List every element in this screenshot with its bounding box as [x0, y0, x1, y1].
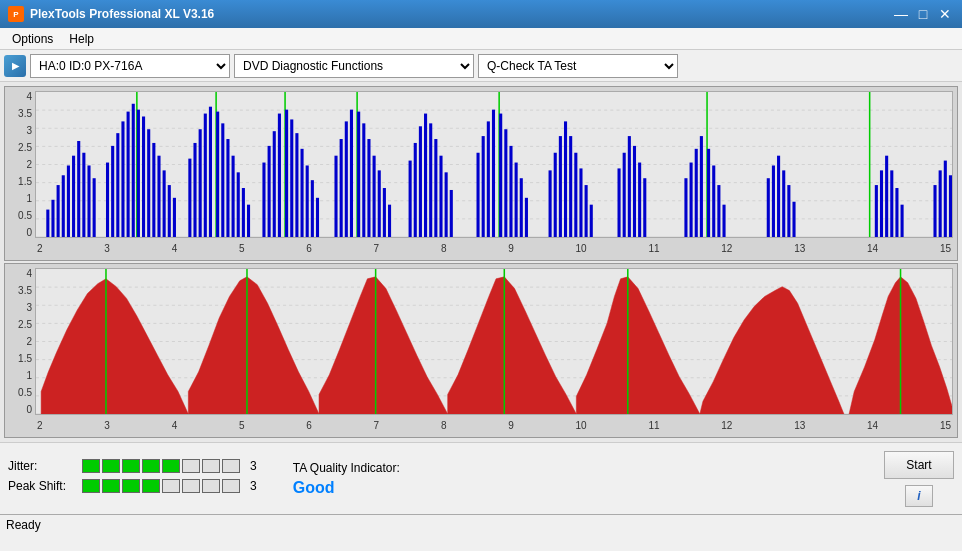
svg-marker-143 [319, 277, 448, 414]
svg-rect-84 [499, 114, 502, 237]
menu-help[interactable]: Help [61, 30, 102, 48]
svg-rect-91 [554, 153, 557, 237]
svg-rect-54 [301, 149, 304, 237]
app-logo: P [8, 6, 24, 22]
svg-rect-122 [880, 170, 883, 237]
status-bar: Ready [0, 514, 962, 534]
svg-marker-149 [700, 287, 844, 414]
svg-rect-105 [684, 178, 687, 237]
svg-rect-104 [643, 178, 646, 237]
svg-rect-57 [316, 198, 319, 237]
svg-rect-74 [429, 123, 432, 237]
jitter-seg-3 [122, 459, 140, 473]
svg-rect-64 [362, 123, 365, 237]
svg-rect-42 [232, 156, 235, 237]
svg-marker-145 [448, 277, 577, 414]
svg-rect-107 [695, 149, 698, 237]
menu-bar: Options Help [0, 28, 962, 50]
toolbar: ▶ HA:0 ID:0 PX-716A DVD Diagnostic Funct… [0, 50, 962, 82]
svg-rect-97 [585, 185, 588, 237]
start-button[interactable]: Start [884, 451, 954, 479]
info-button[interactable]: i [905, 485, 933, 507]
svg-rect-46 [262, 163, 265, 237]
svg-rect-26 [142, 116, 145, 237]
ta-quality-value: Good [293, 479, 400, 497]
drive-select[interactable]: HA:0 ID:0 PX-716A [30, 54, 230, 78]
bottom-chart: 4 3.5 3 2.5 2 1.5 1 0.5 0 [4, 263, 958, 438]
top-chart-inner [35, 91, 953, 238]
svg-rect-90 [549, 170, 552, 237]
svg-rect-20 [116, 133, 119, 237]
svg-rect-116 [777, 156, 780, 237]
svg-rect-63 [357, 112, 360, 237]
jitter-row: Jitter: 3 [8, 459, 257, 473]
svg-rect-47 [268, 146, 271, 237]
svg-rect-89 [525, 198, 528, 237]
svg-rect-71 [414, 143, 417, 237]
title-bar: P PlexTools Professional XL V3.16 — □ ✕ [0, 0, 962, 28]
svg-rect-95 [574, 153, 577, 237]
svg-rect-10 [57, 185, 60, 237]
minimize-button[interactable]: — [892, 5, 910, 23]
svg-rect-49 [278, 114, 281, 237]
svg-rect-76 [439, 156, 442, 237]
bottom-chart-x-axis: 2 3 4 5 6 7 8 9 10 11 12 13 14 15 [35, 415, 953, 435]
svg-rect-101 [628, 136, 631, 237]
top-chart-y-axis: 4 3.5 3 2.5 2 1.5 1 0.5 0 [5, 91, 35, 238]
jitter-seg-8 [222, 459, 240, 473]
svg-rect-125 [895, 188, 898, 237]
svg-rect-96 [579, 168, 582, 237]
svg-rect-88 [520, 178, 523, 237]
svg-rect-15 [82, 153, 85, 237]
svg-rect-127 [933, 185, 936, 237]
top-chart-x-axis: 2 3 4 5 6 7 8 9 10 11 12 13 14 15 [35, 238, 953, 258]
svg-rect-70 [409, 161, 412, 237]
svg-rect-110 [707, 149, 710, 237]
function-select[interactable]: DVD Diagnostic Functions [234, 54, 474, 78]
svg-rect-31 [168, 185, 171, 237]
maximize-button[interactable]: □ [914, 5, 932, 23]
svg-rect-113 [722, 205, 725, 237]
peak-seg-2 [102, 479, 120, 493]
svg-rect-85 [504, 129, 507, 237]
svg-rect-82 [492, 110, 495, 237]
svg-rect-21 [121, 121, 124, 237]
close-button[interactable]: ✕ [936, 5, 954, 23]
menu-options[interactable]: Options [4, 30, 61, 48]
svg-rect-78 [450, 190, 453, 237]
svg-rect-119 [792, 202, 795, 237]
test-select[interactable]: Q-Check TA Test [478, 54, 678, 78]
svg-rect-81 [487, 121, 490, 237]
svg-rect-29 [157, 156, 160, 237]
svg-rect-11 [62, 175, 65, 237]
svg-rect-128 [939, 170, 942, 237]
svg-rect-17 [93, 178, 96, 237]
svg-rect-53 [295, 133, 298, 237]
svg-rect-115 [772, 165, 775, 237]
svg-rect-121 [875, 185, 878, 237]
start-section: Start i [884, 451, 954, 507]
top-chart-svg [36, 92, 952, 237]
svg-rect-123 [885, 156, 888, 237]
status-text: Ready [6, 518, 41, 532]
ta-quality-label: TA Quality Indicator: [293, 461, 400, 475]
svg-rect-98 [590, 205, 593, 237]
svg-rect-118 [787, 185, 790, 237]
svg-rect-69 [388, 205, 391, 237]
svg-rect-16 [87, 165, 90, 237]
jitter-value: 3 [250, 459, 257, 473]
svg-rect-66 [373, 156, 376, 237]
bottom-chart-inner [35, 268, 953, 415]
svg-rect-39 [216, 112, 219, 237]
jitter-seg-6 [182, 459, 200, 473]
svg-rect-68 [383, 188, 386, 237]
svg-rect-37 [209, 107, 212, 237]
svg-rect-9 [51, 200, 54, 237]
svg-rect-40 [221, 123, 224, 237]
svg-rect-48 [273, 131, 276, 237]
svg-rect-129 [944, 161, 947, 237]
svg-rect-25 [137, 110, 140, 237]
svg-rect-106 [690, 163, 693, 237]
bottom-chart-y-axis: 4 3.5 3 2.5 2 1.5 1 0.5 0 [5, 268, 35, 415]
svg-rect-114 [767, 178, 770, 237]
